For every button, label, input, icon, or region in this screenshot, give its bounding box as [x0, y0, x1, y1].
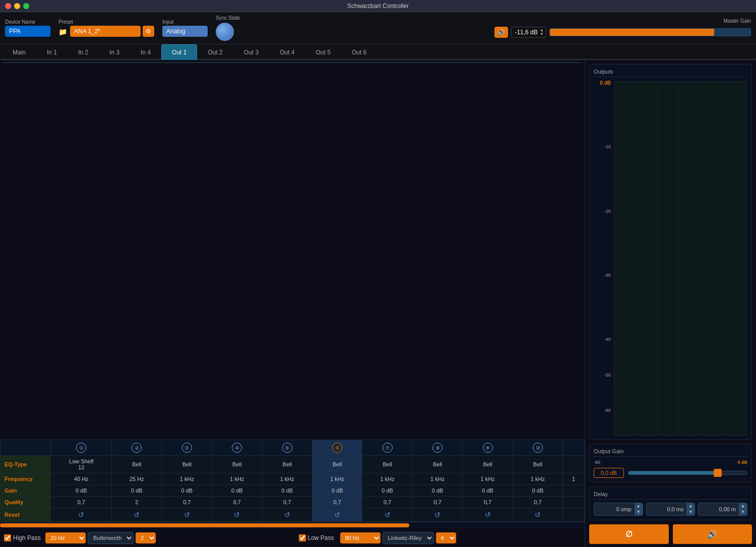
eq-reset-9[interactable]: ↺ — [463, 508, 513, 522]
eq-quality-8[interactable]: 0,7 — [412, 497, 462, 508]
eq-chart[interactable]: 20 15 10 5 0 -5 -10 -15 -20 20 100 1k 10… — [2, 62, 583, 63]
low-pass-order-select[interactable]: 4 — [436, 532, 456, 543]
input-select[interactable]: Analog — [162, 26, 208, 37]
eq-freq-7[interactable]: 1 kHz — [362, 473, 412, 485]
eq-reset-5[interactable]: ↺ — [262, 508, 312, 522]
tab-out3[interactable]: Out 3 — [233, 44, 269, 60]
eq-freq-8[interactable]: 1 kHz — [412, 473, 462, 485]
eq-reset-10[interactable]: ↺ — [513, 508, 562, 522]
output-gain-slider[interactable] — [628, 468, 747, 478]
eq-gain-4[interactable]: 0 dB — [212, 485, 262, 497]
phase-button[interactable]: ∅ — [589, 524, 669, 544]
eq-reset-6[interactable]: ↺ — [312, 508, 362, 522]
eq-freq-10[interactable]: 1 kHz — [513, 473, 562, 485]
eq-quality-2[interactable]: 2 — [112, 497, 162, 508]
tab-out6[interactable]: Out 6 — [341, 44, 377, 60]
eq-freq-6[interactable]: 1 kHz — [312, 473, 362, 485]
delay-m-input[interactable] — [699, 504, 739, 514]
eq-gain-9[interactable]: 0 dB — [463, 485, 513, 497]
eq-type-7[interactable]: Bell — [362, 456, 412, 473]
eq-gain-10[interactable]: 0 dB — [513, 485, 562, 497]
high-pass-checkbox[interactable] — [4, 534, 11, 541]
tab-out5[interactable]: Out 5 — [305, 44, 341, 60]
eq-type-2[interactable]: Bell — [112, 456, 162, 473]
eq-band-3-header[interactable]: ③ — [162, 440, 212, 456]
eq-gain-3[interactable]: 0 dB — [162, 485, 212, 497]
eq-gain-8[interactable]: 0 dB — [412, 485, 462, 497]
delay-m-up[interactable]: ▲ — [739, 503, 747, 509]
eq-quality-9[interactable]: 0,7 — [463, 497, 513, 508]
eq-table-scrollbar-thumb[interactable] — [0, 523, 409, 527]
eq-reset-4[interactable]: ↺ — [212, 508, 262, 522]
eq-band-8-header[interactable]: ⑧ — [412, 440, 462, 456]
eq-freq-2[interactable]: 25 Hz — [112, 473, 162, 485]
eq-type-1[interactable]: Low Shelf12 — [51, 456, 112, 473]
eq-reset-1[interactable]: ↺ — [51, 508, 112, 522]
delay-ms-up[interactable]: ▲ — [686, 503, 695, 509]
delay-ms-down[interactable]: ▼ — [686, 509, 695, 515]
delay-smp-up[interactable]: ▲ — [635, 503, 643, 509]
preset-select[interactable]: ANA 1_2* — [70, 26, 141, 37]
eq-gain-7[interactable]: 0 dB — [362, 485, 412, 497]
eq-type-6[interactable]: Bell — [312, 456, 362, 473]
eq-reset-2[interactable]: ↺ — [112, 508, 162, 522]
eq-type-10[interactable]: Bell — [513, 456, 562, 473]
mute-button[interactable]: 🔊 — [673, 524, 752, 544]
eq-band-4-header[interactable]: ④ — [212, 440, 262, 456]
eq-reset-7[interactable]: ↺ — [362, 508, 412, 522]
minimize-button[interactable] — [14, 3, 20, 9]
master-gain-speaker-button[interactable]: 🔊 — [494, 27, 508, 38]
eq-gain-6[interactable]: 0 dB — [312, 485, 362, 497]
eq-reset-8[interactable]: ↺ — [412, 508, 462, 522]
output-gain-db-input[interactable] — [594, 468, 624, 478]
eq-quality-3[interactable]: 0,7 — [162, 497, 212, 508]
tab-in1[interactable]: In 1 — [36, 44, 68, 60]
maximize-button[interactable] — [23, 3, 29, 9]
eq-gain-5[interactable]: 0 dB — [262, 485, 312, 497]
high-pass-type-select[interactable]: Butterworth — [88, 532, 134, 544]
eq-quality-5[interactable]: 0,7 — [262, 497, 312, 508]
eq-type-3[interactable]: Bell — [162, 456, 212, 473]
eq-gain-1[interactable]: 0 dB — [51, 485, 112, 497]
device-name-input[interactable] — [5, 26, 50, 37]
high-pass-order-select[interactable]: 2 — [136, 532, 156, 543]
eq-band-10-header[interactable]: ⑩ — [513, 440, 562, 456]
eq-band-7-header[interactable]: ⑦ — [362, 440, 412, 456]
eq-band-5-header[interactable]: ⑤ — [262, 440, 312, 456]
eq-reset-3[interactable]: ↺ — [162, 508, 212, 522]
eq-quality-1[interactable]: 0,7 — [51, 497, 112, 508]
output-gain-slider-thumb[interactable] — [714, 469, 722, 477]
eq-freq-5[interactable]: 1 kHz — [262, 473, 312, 485]
low-pass-freq-select[interactable]: 80 Hz — [340, 532, 381, 543]
delay-smp-down[interactable]: ▼ — [635, 509, 643, 515]
low-pass-type-select[interactable]: Linkwitz-Riley — [383, 532, 434, 544]
tab-in3[interactable]: In 3 — [99, 44, 130, 60]
eq-freq-4[interactable]: 1 kHz — [212, 473, 262, 485]
eq-quality-4[interactable]: 0,7 — [212, 497, 262, 508]
eq-quality-10[interactable]: 0,7 — [513, 497, 562, 508]
eq-band-6-header[interactable]: ⑥ — [312, 440, 362, 456]
eq-band-2-header[interactable]: ② — [112, 440, 162, 456]
eq-freq-3[interactable]: 1 kHz — [162, 473, 212, 485]
eq-quality-6[interactable]: 0,7 — [312, 497, 362, 508]
low-pass-checkbox[interactable] — [299, 534, 306, 541]
eq-quality-7[interactable]: 0,7 — [362, 497, 412, 508]
tab-in2[interactable]: In 2 — [68, 44, 99, 60]
eq-freq-9[interactable]: 1 kHz — [463, 473, 513, 485]
tab-out4[interactable]: Out 4 — [269, 44, 305, 60]
eq-type-9[interactable]: Bell — [463, 456, 513, 473]
delay-smp-input[interactable] — [594, 504, 635, 514]
eq-gain-2[interactable]: 0 dB — [112, 485, 162, 497]
eq-type-4[interactable]: Bell — [212, 456, 262, 473]
tab-in4[interactable]: In 4 — [130, 44, 161, 60]
tab-main[interactable]: Main — [2, 44, 36, 60]
eq-table-scrollbar[interactable] — [0, 522, 585, 528]
tab-out1[interactable]: Out 1 — [161, 44, 197, 60]
eq-band-9-header[interactable]: ⑨ — [463, 440, 513, 456]
delay-m-down[interactable]: ▼ — [739, 509, 747, 515]
preset-gear-button[interactable]: ⚙ — [143, 26, 154, 37]
eq-freq-1[interactable]: 40 Hz — [51, 473, 112, 485]
eq-type-8[interactable]: Bell — [412, 456, 462, 473]
high-pass-freq-select[interactable]: 20 Hz — [45, 532, 86, 543]
eq-band-1-header[interactable]: ① — [51, 440, 112, 456]
